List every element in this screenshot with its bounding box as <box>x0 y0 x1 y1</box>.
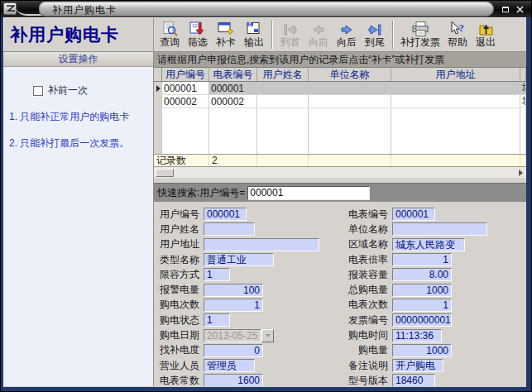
field-label: 购电量 <box>344 343 392 357</box>
hscrollbar-thumb[interactable] <box>156 169 174 177</box>
table-row[interactable]: 000002 000002 城 <box>154 95 526 108</box>
user-name-field[interactable] <box>204 222 255 236</box>
field-label: 总购电量 <box>344 283 392 297</box>
window-body: 补用户购电卡 查询 12 筛选 <box>3 17 526 387</box>
table-row[interactable]: 000001 000001 城 <box>154 82 526 95</box>
quick-search-input[interactable] <box>247 186 370 200</box>
installed-capacity-field[interactable]: 8.00 <box>392 268 452 281</box>
row-indicator <box>154 108 162 154</box>
field-label: 找补电度 <box>156 343 204 357</box>
go-last-button[interactable]: 到尾 <box>361 20 389 50</box>
go-first-button: 到首 <box>276 20 304 50</box>
toolbar-separator <box>392 21 394 49</box>
main-panel: 请根据用户申报信息,搜索到该用户的记录后点击“补卡”或补打发票 用户编号 电表编… <box>154 52 526 386</box>
remark-field[interactable]: 开户购电 <box>392 359 443 372</box>
col-header-overflow <box>520 68 526 81</box>
purchase-date-dropdown-button[interactable] <box>261 329 274 342</box>
cell-meter-id[interactable]: 000001 <box>209 82 257 94</box>
instruction-bar: 请根据用户申报信息,搜索到该用户的记录后点击“补卡”或补打发票 <box>154 52 526 68</box>
field-label: 购电日期 <box>156 328 204 342</box>
close-icon <box>516 6 524 13</box>
total-energy-field[interactable]: 1000 <box>392 284 452 297</box>
alarm-energy-field[interactable]: 100 <box>204 284 263 297</box>
model-version-field[interactable]: 18460 <box>392 374 435 386</box>
svg-text:B: B <box>249 22 252 26</box>
invoice-no-field[interactable]: 0000000001 <box>392 313 452 327</box>
col-header-org-name[interactable]: 单位名称 <box>309 68 391 81</box>
meter-id-field[interactable]: 000001 <box>392 208 435 221</box>
field-label: 区域名称 <box>344 237 392 251</box>
col-header-user-address[interactable]: 用户地址 <box>391 68 520 81</box>
field-label: 电表编号 <box>344 208 392 222</box>
field-label: 购电时间 <box>344 328 392 342</box>
capacity-mode-field[interactable]: 1 <box>204 268 230 281</box>
meter-count-field[interactable]: 1 <box>392 299 452 312</box>
export-icon: B <box>245 21 263 37</box>
field-label: 备注说明 <box>344 359 392 373</box>
cell-user-name[interactable] <box>257 95 309 108</box>
sidebar-header: 设置操作 <box>3 52 153 67</box>
go-prev-icon <box>310 22 327 37</box>
cell-user-id[interactable]: 000002 <box>162 95 209 108</box>
col-header-user-id[interactable]: 用户编号 <box>162 68 209 81</box>
maximize-button[interactable] <box>500 4 511 15</box>
user-address-field[interactable] <box>204 238 319 251</box>
current-row-indicator <box>154 82 162 94</box>
sidebar-note-2: 2. 只能补打最后一次发票。 <box>9 136 153 151</box>
purchase-status-field[interactable]: 1 <box>204 313 230 327</box>
field-label: 限容方式 <box>156 268 204 282</box>
app-window: 补用户购电卡 补用户购电卡 查询 <box>0 0 532 392</box>
pre-purchase-checkbox[interactable] <box>33 86 43 96</box>
field-label: 型号版本 <box>344 374 392 386</box>
help-button[interactable]: ? 帮助 <box>443 20 472 50</box>
field-label: 电表常数 <box>156 374 204 386</box>
export-button[interactable]: B 输出 <box>240 20 268 50</box>
cell-user-address[interactable] <box>391 82 520 94</box>
row-indicator <box>154 95 162 108</box>
quick-search-bar: 快速搜索:用户编号= <box>154 183 526 202</box>
record-count-label: 记录数 <box>154 155 209 166</box>
col-header-meter-id[interactable]: 电表编号 <box>209 68 257 81</box>
rewrite-card-button[interactable]: 补卡 <box>212 20 240 50</box>
cell-user-name[interactable] <box>257 82 309 94</box>
pre-purchase-checkbox-label: 补前一次 <box>48 84 88 98</box>
grid-empty-area <box>154 108 526 154</box>
title-bar[interactable]: 补用户购电卡 <box>1 1 531 17</box>
purchase-count-field[interactable]: 1 <box>204 299 263 312</box>
field-label: 类型名称 <box>156 253 204 267</box>
cell-user-id[interactable]: 000001 <box>162 82 209 94</box>
cell-org-name[interactable] <box>309 95 391 108</box>
org-name-field[interactable] <box>392 222 487 236</box>
purchase-time-field[interactable]: 11:13:36 <box>392 329 442 342</box>
type-name-field[interactable]: 普通工业 <box>204 253 274 266</box>
query-button[interactable]: 查询 <box>156 20 184 50</box>
go-next-button[interactable]: 向后 <box>333 20 361 50</box>
pre-purchase-checkbox-row[interactable]: 补前一次 <box>33 84 153 98</box>
filter-button[interactable]: 12 筛选 <box>184 20 212 50</box>
grid-hscrollbar[interactable] <box>154 166 526 178</box>
reprint-invoice-button[interactable]: 补打发票 <box>397 20 443 50</box>
adjust-energy-field[interactable]: 0 <box>204 344 263 357</box>
cell-user-address[interactable] <box>391 95 520 108</box>
col-header-user-name[interactable]: 用户姓名 <box>257 68 309 81</box>
region-name-field[interactable]: 城东人民路变 <box>392 238 465 251</box>
quick-search-label: 快速搜索:用户编号= <box>157 186 245 200</box>
go-prev-button: 向前 <box>304 20 333 50</box>
exit-button[interactable]: 退出 <box>472 20 500 50</box>
meter-ratio-field[interactable]: 1 <box>392 253 452 266</box>
maximize-icon <box>502 7 509 12</box>
go-first-icon <box>282 22 299 37</box>
exit-icon <box>477 21 495 37</box>
query-icon <box>161 21 179 37</box>
close-button[interactable] <box>514 4 525 15</box>
record-count-bar: 记录数 2 <box>154 154 526 166</box>
user-id-field[interactable]: 000001 <box>204 208 247 221</box>
meter-constant-field[interactable]: 1600 <box>204 374 263 386</box>
cell-meter-id[interactable]: 000002 <box>209 95 257 108</box>
cell-org-name[interactable] <box>309 82 391 94</box>
chevron-down-icon <box>266 334 271 337</box>
operator-field[interactable]: 管理员 <box>204 359 255 372</box>
hscrollbar-right-arrow-icon[interactable] <box>519 170 523 176</box>
purchase-date-field: 2013-05-25 <box>204 329 261 342</box>
purchase-energy-field[interactable]: 1000 <box>392 344 452 357</box>
